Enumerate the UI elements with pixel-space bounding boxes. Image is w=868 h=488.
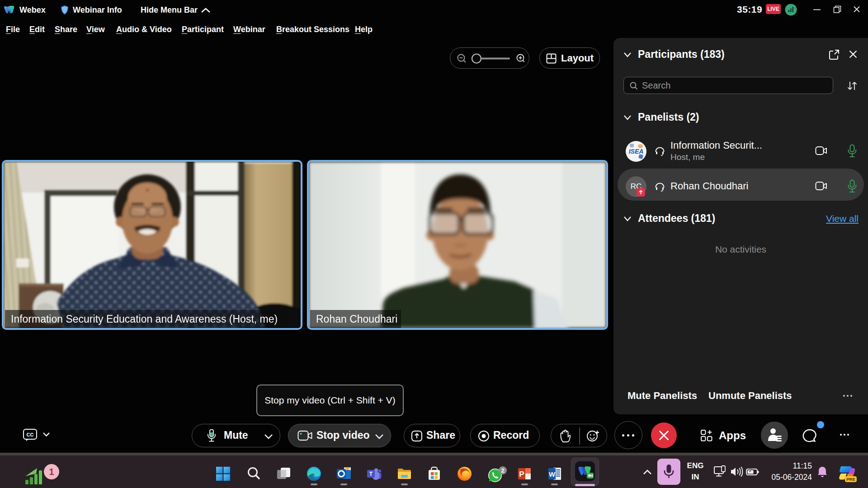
- svg-text:2: 2: [501, 467, 504, 474]
- svg-text:W: W: [549, 470, 556, 478]
- svg-text:PRE: PRE: [846, 477, 855, 482]
- svg-text:CC: CC: [27, 432, 34, 437]
- svg-text:1: 1: [49, 467, 54, 477]
- svg-text:P: P: [519, 470, 524, 479]
- svg-text:T: T: [369, 471, 373, 477]
